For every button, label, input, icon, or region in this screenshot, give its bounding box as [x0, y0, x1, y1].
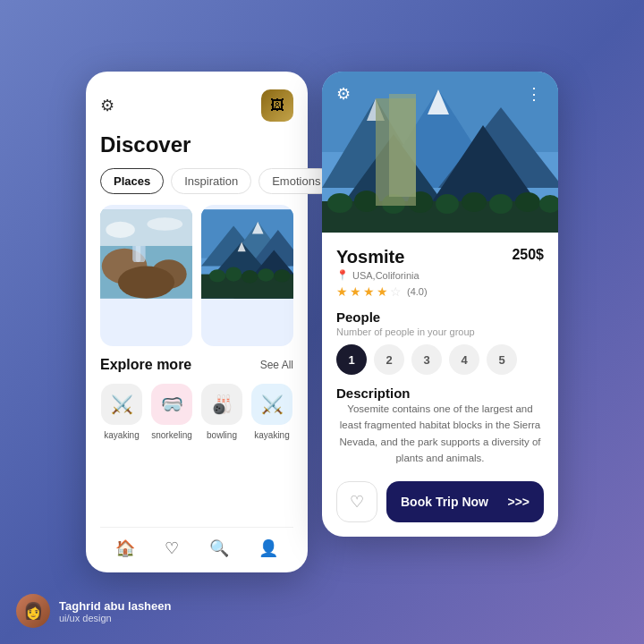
discover-title: Discover [100, 132, 293, 157]
attr-role: ui/ux design [59, 613, 171, 623]
activity-kayaking-2[interactable]: ⚔️ kayaking [250, 384, 293, 440]
nav-profile[interactable]: 👤 [258, 538, 278, 558]
nav-favorites[interactable]: ♡ [165, 538, 179, 558]
star-3: ★ [363, 284, 375, 299]
svg-point-21 [258, 268, 274, 281]
bottom-nav: 🏠 ♡ 🔍 👤 [100, 527, 293, 558]
svg-point-20 [242, 270, 258, 283]
svg-point-39 [436, 194, 459, 214]
title-price-section: Yosmite 250$ 📍 USA,Coliforinia ★ ★ ★ ★ ☆… [336, 247, 544, 299]
rating-count: (4.0) [407, 286, 428, 297]
description-text: Yosemite contains one of the largest and… [336, 401, 544, 467]
filter-icon[interactable]: ⚙ [100, 96, 114, 115]
tab-inspiration[interactable]: Inspiration [171, 168, 251, 194]
detail-price: 250$ [512, 247, 544, 263]
kayaking-2-icon-wrap: ⚔️ [251, 384, 292, 425]
description-section: Description Yosemite contains one of the… [336, 386, 544, 467]
svg-point-18 [209, 269, 225, 282]
activity-label-bowling: bowling [207, 430, 237, 440]
people-btn-2[interactable]: 2 [374, 344, 404, 375]
snorkeling-icon-wrap: 🥽 [151, 384, 192, 425]
hero-menu-icon[interactable]: ⋮ [526, 84, 544, 104]
star-4: ★ [377, 284, 388, 299]
description-title: Description [336, 386, 544, 401]
detail-content: Yosmite 250$ 📍 USA,Coliforinia ★ ★ ★ ★ ☆… [322, 233, 558, 537]
star-1: ★ [336, 284, 348, 299]
heart-button[interactable]: ♡ [336, 481, 377, 522]
star-5: ☆ [390, 284, 402, 299]
tabs: Places Inspiration Emotions [100, 168, 293, 194]
stars-row: ★ ★ ★ ★ ☆ (4.0) [336, 284, 544, 299]
people-btn-1[interactable]: 1 [336, 344, 367, 375]
svg-point-9 [147, 217, 182, 230]
activity-label-kayaking-1: kayaking [104, 430, 139, 440]
people-btn-3[interactable]: 3 [411, 344, 442, 375]
people-section: People Number of people in your group 1 … [336, 309, 544, 375]
activity-snorkeling[interactable]: 🥽 snorkeling [150, 384, 193, 440]
activity-label-snorkeling: snorkeling [151, 430, 192, 440]
people-btn-4[interactable]: 4 [449, 344, 479, 375]
avatar[interactable]: 🖼 [261, 89, 293, 122]
hero-overlay: ⚙ ⋮ [322, 72, 558, 116]
tab-places[interactable]: Places [100, 168, 164, 194]
people-selector: 1 2 3 4 5 [336, 344, 544, 375]
nav-search[interactable]: 🔍 [209, 538, 229, 558]
book-trip-button[interactable]: Book Trip Now >>> [386, 481, 544, 522]
place-card-cascade[interactable]: Cascade 📍 Canda,Banff [100, 205, 192, 346]
people-btn-5[interactable]: 5 [487, 344, 517, 375]
svg-point-19 [225, 267, 242, 281]
activities-row: ⚔️ kayaking 🥽 snorkeling 🎳 bowling ⚔️ ka… [100, 384, 293, 440]
location-pin-icon: 📍 [336, 269, 349, 281]
svg-point-8 [106, 222, 135, 238]
people-subtitle: Number of people in your group [336, 326, 544, 337]
activity-label-kayaking-2: kayaking [254, 430, 289, 440]
top-row: ⚙ 🖼 [100, 89, 293, 122]
right-card: ⚙ ⋮ Yosmite 250$ 📍 USA,Coliforinia ★ ★ ★ [322, 72, 558, 537]
people-title: People [336, 309, 544, 325]
hero-filter-icon[interactable]: ⚙ [336, 84, 351, 104]
bowling-icon-wrap: 🎳 [201, 384, 242, 425]
left-card: ⚙ 🖼 Discover Places Inspiration Emotions [86, 72, 308, 572]
attr-name: Taghrid abu lasheen [59, 599, 171, 613]
detail-title: Yosmite [336, 247, 404, 267]
detail-location: 📍 USA,Coliforinia [336, 269, 544, 281]
svg-point-42 [515, 192, 540, 212]
place-cards-row: Cascade 📍 Canda,Banff [100, 205, 293, 346]
attribution: 👩 Taghrid abu lasheen ui/ux design [16, 594, 171, 628]
svg-point-4 [118, 267, 174, 299]
svg-point-35 [327, 193, 352, 213]
action-row: ♡ Book Trip Now >>> [336, 481, 544, 522]
hero-image: ⚙ ⋮ [322, 72, 558, 233]
explore-title: Explore more [100, 357, 191, 373]
svg-point-41 [489, 194, 513, 214]
svg-point-22 [274, 269, 290, 282]
kayaking-icon-wrap: ⚔️ [101, 384, 142, 425]
see-all-button[interactable]: See All [260, 359, 293, 371]
explore-header: Explore more See All [100, 357, 293, 373]
book-arrow-icon: >>> [507, 495, 530, 509]
nav-home[interactable]: 🏠 [115, 538, 135, 558]
svg-point-36 [354, 191, 379, 212]
attr-avatar: 👩 [16, 594, 50, 628]
book-trip-label: Book Trip Now [401, 495, 488, 509]
star-2: ★ [350, 284, 361, 299]
place-card-yosmite[interactable]: Yosmite 📍 USA,Coliforinia [201, 205, 293, 346]
svg-point-40 [462, 192, 487, 212]
activity-kayaking-1[interactable]: ⚔️ kayaking [100, 384, 143, 440]
activity-bowling[interactable]: 🎳 bowling [200, 384, 243, 440]
attr-text: Taghrid abu lasheen ui/ux design [59, 599, 171, 623]
